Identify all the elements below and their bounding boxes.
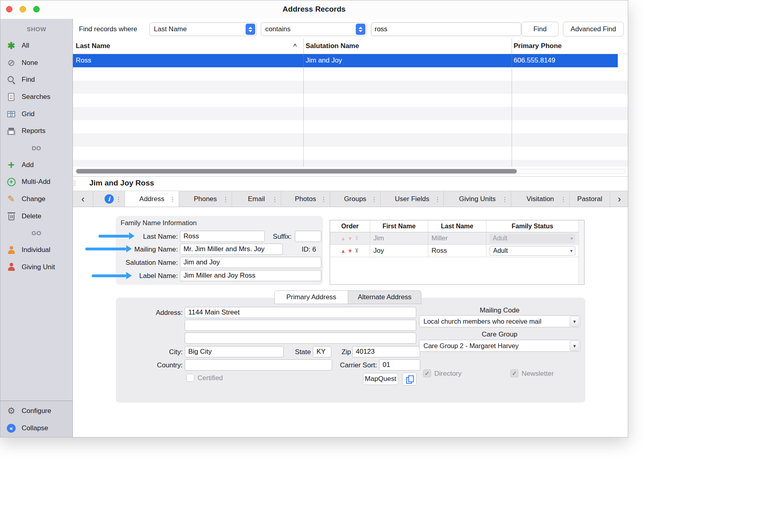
- sidebar-item-find[interactable]: Find: [0, 71, 73, 89]
- sidebar-item-grid[interactable]: Grid: [0, 105, 73, 123]
- mailing-name-field[interactable]: [180, 244, 283, 255]
- info-icon: i: [105, 194, 114, 204]
- zip-field[interactable]: [352, 346, 420, 357]
- state-field[interactable]: [313, 346, 331, 357]
- sidebar-section-go: GO: [0, 225, 73, 242]
- tab-menu-dots-icon[interactable]: ⋮: [115, 195, 122, 203]
- tab-giving-units[interactable]: Giving Units ⋮: [444, 191, 511, 207]
- sidebar-item-add[interactable]: + Add: [0, 157, 73, 174]
- family-status-value: Adult: [493, 247, 508, 254]
- sidebar-item-searches[interactable]: Searches: [0, 89, 73, 106]
- find-button[interactable]: Find: [522, 22, 558, 36]
- sidebar-item-change[interactable]: ✎ Change: [0, 191, 73, 208]
- tab-label: Phones: [194, 195, 217, 203]
- sidebar-section-show: SHOW: [0, 20, 73, 37]
- scissors-icon: ✂: [353, 236, 360, 241]
- tab-menu-dots-icon[interactable]: ⋮: [272, 195, 278, 203]
- tab-primary-address[interactable]: Primary Address: [274, 290, 348, 304]
- members-column-last-name: Last Name: [428, 220, 486, 232]
- trash-icon: [6, 212, 17, 220]
- address-line3-field[interactable]: [185, 332, 416, 344]
- address-line1-field[interactable]: [185, 307, 416, 318]
- column-header-salutation-name[interactable]: Salutation Name: [306, 42, 359, 50]
- sidebar-item-delete[interactable]: Delete: [0, 208, 73, 225]
- find-field-select[interactable]: Last Name: [149, 22, 257, 36]
- horizontal-scrollbar-thumb[interactable]: [76, 169, 517, 173]
- members-scrollbar[interactable]: [579, 220, 584, 284]
- column-divider[interactable]: [303, 39, 304, 167]
- tab-groups[interactable]: Groups ⋮: [330, 191, 381, 207]
- move-up-icon[interactable]: ▲: [341, 248, 346, 254]
- country-field[interactable]: [185, 359, 332, 371]
- find-query-input[interactable]: [371, 22, 521, 36]
- sidebar-item-multi-add[interactable]: + Multi-Add: [0, 173, 73, 191]
- copy-icon: [406, 375, 413, 383]
- member-row[interactable]: ▲ ▼ ✂ Jim Miller Adult ▾: [330, 232, 584, 245]
- collapse-icon: «: [6, 424, 17, 433]
- sort-ascending-icon[interactable]: ^: [293, 42, 297, 49]
- last-name-field[interactable]: [180, 231, 265, 242]
- family-status-select[interactable]: Adult ▾: [490, 246, 575, 256]
- sidebar-item-collapse[interactable]: « Collapse: [0, 420, 73, 437]
- sidebar-item-label: None: [22, 59, 38, 67]
- tab-menu-dots-icon[interactable]: ⋮: [222, 195, 229, 203]
- suffix-field[interactable]: [295, 231, 321, 242]
- column-header-last-name[interactable]: Last Name: [76, 42, 110, 50]
- move-down-icon[interactable]: ▼: [347, 248, 353, 254]
- tab-phones[interactable]: Phones ⋮: [179, 191, 232, 207]
- city-field[interactable]: [185, 346, 284, 357]
- column-divider[interactable]: [512, 39, 512, 167]
- mailing-code-select[interactable]: Local church members who receive mail ▾: [419, 315, 581, 327]
- tab-info[interactable]: i ⋮: [93, 191, 125, 207]
- chevron-down-icon: ▾: [570, 236, 573, 241]
- tab-label: Visitation: [526, 195, 554, 203]
- chevron-updown-icon: [246, 24, 255, 35]
- copy-address-button[interactable]: [402, 373, 417, 385]
- tab-menu-dots-icon[interactable]: ⋮: [502, 195, 508, 203]
- certified-label: Certified: [198, 374, 223, 382]
- tab-label: Pastoral: [577, 195, 602, 203]
- members-header-row: Order First Name Last Name Family Status: [330, 220, 584, 232]
- member-first-name: Joy: [370, 245, 428, 257]
- care-group-select[interactable]: Care Group 2 - Margaret Harvey ▾: [419, 340, 581, 352]
- tab-menu-dots-icon[interactable]: ⋮: [321, 195, 327, 203]
- grid-icon: [6, 111, 17, 117]
- address-label: Address:: [143, 309, 183, 317]
- tab-menu-dots-icon[interactable]: ⋮: [560, 195, 566, 203]
- advanced-find-button[interactable]: Advanced Find: [563, 22, 624, 36]
- salutation-name-field[interactable]: [180, 257, 321, 268]
- tab-user-fields[interactable]: User Fields ⋮: [381, 191, 444, 207]
- tab-visitation[interactable]: Visitation ⋮: [511, 191, 570, 207]
- tab-pastoral[interactable]: Pastoral: [570, 191, 610, 207]
- tab-menu-dots-icon[interactable]: ⋮: [169, 195, 176, 203]
- member-row[interactable]: ▲ ▼ ✂ Joy Ross Adult ▾: [330, 245, 584, 257]
- tab-scroll-right-button[interactable]: ›: [610, 191, 628, 207]
- tab-email[interactable]: Email ⋮: [232, 191, 281, 207]
- sidebar-item-reports[interactable]: Reports: [0, 123, 73, 140]
- sidebar-item-none[interactable]: ⊘ None: [0, 54, 73, 72]
- mailing-code-label: Mailing Code: [460, 306, 540, 314]
- sidebar-item-giving-unit[interactable]: Giving Unit: [0, 259, 73, 276]
- column-header-primary-phone[interactable]: Primary Phone: [514, 42, 562, 50]
- tab-scroll-left-button[interactable]: ‹: [73, 191, 93, 207]
- tab-photos[interactable]: Photos ⋮: [281, 191, 330, 207]
- mapquest-button[interactable]: MapQuest: [363, 373, 398, 385]
- sidebar-item-individual[interactable]: Individual: [0, 242, 73, 259]
- tab-alternate-address[interactable]: Alternate Address: [348, 290, 421, 304]
- tab-address[interactable]: Address ⋮: [125, 191, 179, 207]
- label-name-field[interactable]: [180, 270, 321, 281]
- carrier-sort-field[interactable]: [379, 359, 420, 371]
- selected-result-row[interactable]: Ross Jim and Joy 606.555.8149: [73, 54, 618, 67]
- sidebar-item-configure[interactable]: ⚙ Configure: [0, 403, 73, 420]
- pencil-icon: ✎: [6, 194, 17, 204]
- tab-menu-dots-icon[interactable]: ⋮: [371, 195, 377, 203]
- certified-checkbox[interactable]: [186, 374, 194, 382]
- scissors-icon[interactable]: ✂: [353, 248, 360, 254]
- find-operator-select[interactable]: contains: [261, 22, 367, 36]
- address-line2-field[interactable]: [185, 320, 416, 331]
- family-members-table: Order First Name Last Name Family Status…: [330, 220, 585, 285]
- country-label: Country:: [139, 361, 183, 369]
- tab-menu-dots-icon[interactable]: ⋮: [434, 195, 441, 203]
- chevron-down-icon: ▾: [570, 316, 579, 326]
- sidebar-item-all[interactable]: ✱ All: [0, 37, 73, 54]
